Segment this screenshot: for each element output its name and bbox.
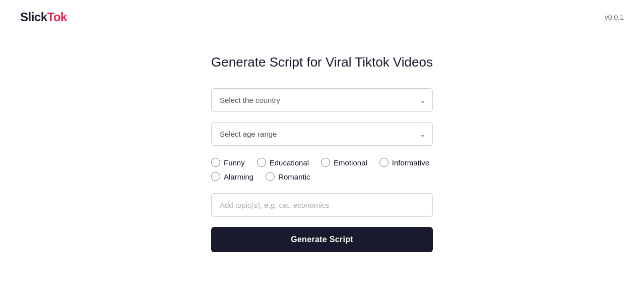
radio-item-funny[interactable]: Funny	[211, 158, 245, 167]
radio-informative[interactable]	[379, 158, 389, 167]
radio-item-emotional[interactable]: Emotional	[321, 158, 367, 167]
form-container: Select the country United States United …	[211, 88, 433, 252]
app-logo: SlickTok	[20, 10, 67, 24]
country-select[interactable]: Select the country United States United …	[211, 88, 433, 112]
radio-alarming[interactable]	[211, 172, 220, 181]
radio-educational[interactable]	[257, 158, 266, 167]
radio-label-informative: Informative	[392, 158, 429, 167]
radio-romantic[interactable]	[266, 172, 275, 181]
radio-label-emotional: Emotional	[334, 158, 367, 167]
generate-script-button[interactable]: Generate Script	[211, 227, 433, 252]
topics-input[interactable]	[211, 193, 433, 217]
app-version: v0.0.1	[605, 13, 624, 21]
tone-radio-group: Funny Educational Emotional Informative …	[211, 156, 433, 183]
country-select-wrapper: Select the country United States United …	[211, 88, 433, 112]
radio-label-romantic: Romantic	[278, 172, 310, 181]
radio-label-funny: Funny	[224, 158, 245, 167]
radio-label-alarming: Alarming	[224, 172, 253, 181]
radio-emotional[interactable]	[321, 158, 330, 167]
age-select-wrapper: Select age range 13-17 18-24 25-34 35-44…	[211, 122, 433, 146]
age-select[interactable]: Select age range 13-17 18-24 25-34 35-44…	[211, 122, 433, 146]
radio-label-educational: Educational	[270, 158, 309, 167]
radio-item-romantic[interactable]: Romantic	[266, 172, 310, 181]
app-header: SlickTok v0.0.1	[0, 0, 644, 34]
page-title: Generate Script for Viral Tiktok Videos	[211, 54, 433, 70]
radio-item-alarming[interactable]: Alarming	[211, 172, 253, 181]
radio-item-educational[interactable]: Educational	[257, 158, 309, 167]
radio-funny[interactable]	[211, 158, 220, 167]
main-content: Generate Script for Viral Tiktok Videos …	[0, 34, 644, 252]
radio-item-informative[interactable]: Informative	[379, 158, 429, 167]
